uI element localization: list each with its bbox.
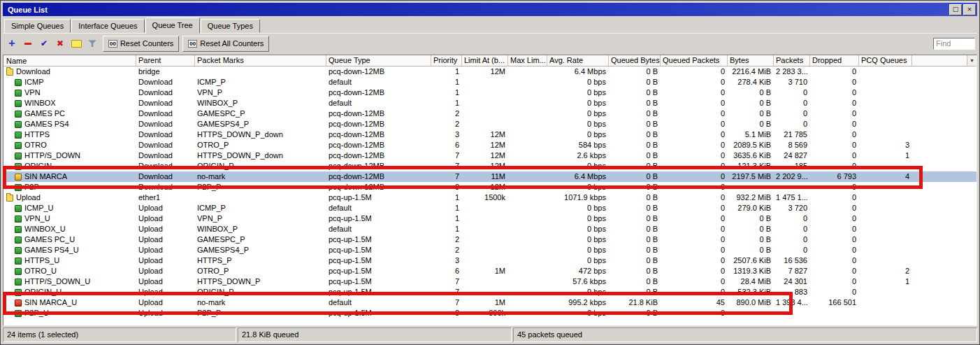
queue-name: WINBOX_U <box>24 224 66 234</box>
queue-name: WINBOX <box>24 98 56 108</box>
queue-status-icon <box>15 132 22 139</box>
remove-button[interactable] <box>21 36 35 50</box>
column-header-dropped[interactable]: Dropped <box>810 55 859 66</box>
toolbar: + ✔ ✖ 00 Reset Counters 00 Reset All Cou… <box>3 34 977 53</box>
column-header-max_limit[interactable]: Max Lim... <box>508 55 547 66</box>
column-header-limit_at[interactable]: Limit At (b... <box>462 55 508 66</box>
column-selector-button[interactable]: ▼ <box>967 55 977 66</box>
column-header-label: Bytes <box>730 56 749 64</box>
tab-label: Simple Queues <box>11 22 64 30</box>
status-items-count: 24 items (1 selected) <box>3 328 236 342</box>
queue-row[interactable]: SIN MARCA_U Upload no-mark default 7 1M … <box>3 297 977 308</box>
column-header-name[interactable]: Name <box>3 55 136 66</box>
folder-icon <box>6 195 13 202</box>
queue-row[interactable]: ICMP Download ICMP_P default 1 0 bps 0 B… <box>3 77 977 87</box>
counter-badge-icon: 00 <box>188 40 197 48</box>
maximize-button[interactable]: □ <box>949 4 962 15</box>
queue-status-icon <box>15 100 22 107</box>
queue-status-icon <box>15 237 22 244</box>
column-header-parent[interactable]: Parent <box>136 55 195 66</box>
status-queued-bytes: 21.8 KiB queued <box>238 328 512 342</box>
title-bar[interactable]: Queue List □ × <box>3 3 977 16</box>
queue-row[interactable]: VPN Download VPN_P pcq-down-12MB 1 0 bps… <box>3 87 977 98</box>
queue-status-icon <box>15 174 22 181</box>
filter-button[interactable] <box>85 36 99 50</box>
enable-button[interactable]: ✔ <box>37 36 51 50</box>
queue-name: SIN MARCA_U <box>24 297 77 308</box>
minus-icon <box>24 43 31 45</box>
queue-status-icon <box>15 247 22 254</box>
queue-row[interactable]: GAMES PS4_U Upload GAMESPS4_P pcq-up-1.5… <box>3 245 977 255</box>
queue-row[interactable]: GAMES PS4 Download GAMESPS4_P pcq-down-1… <box>3 119 977 129</box>
column-header-pcq_queues[interactable]: PCQ Queues <box>859 55 912 66</box>
queue-row[interactable]: GAMES PC Download GAMESPC_P pcq-down-12M… <box>3 108 977 119</box>
queue-row[interactable]: WINBOX Download WINBOX_P default 1 0 bps… <box>3 98 977 108</box>
table-body: Download bridge pcq-down-12MB 1 12M 6.4 … <box>3 66 977 318</box>
queue-row[interactable]: HTTPS_U Upload HTTPS_P pcq-up-1.5M 3 0 b… <box>3 255 977 266</box>
column-header-label: Avg. Rate <box>549 56 583 64</box>
cross-icon: ✖ <box>57 39 64 48</box>
queue-row[interactable]: Upload ether1 pcq-up-1.5M 1 1500k 1071.9… <box>3 192 977 203</box>
queue-name: GAMES PC_U <box>24 234 75 245</box>
check-icon: ✔ <box>41 39 48 48</box>
queue-name: GAMES PS4_U <box>24 245 79 255</box>
queue-status-icon <box>15 90 22 97</box>
column-header-label: Queue Type <box>329 56 370 64</box>
queue-name: VPN <box>24 87 41 98</box>
column-header-label: Queued Packets <box>663 56 719 64</box>
reset-all-counters-label: Reset All Counters <box>200 39 264 48</box>
column-header-bytes[interactable]: Bytes <box>728 55 774 66</box>
queue-row[interactable]: WINBOX_U Upload WINBOX_P default 1 0 bps… <box>3 224 977 234</box>
column-header-label: Packet Marks <box>197 56 244 64</box>
column-header-label: PCQ Queues <box>861 56 907 64</box>
column-header-packets[interactable]: Packets <box>774 55 810 66</box>
queue-name: ORIGIN_U <box>24 287 62 297</box>
queue-status-icon <box>15 79 22 86</box>
queue-row[interactable]: VPN_U Upload VPN_P pcq-up-1.5M 1 0 bps 0… <box>3 213 977 224</box>
queue-status-icon <box>15 226 22 233</box>
column-header-avg_rate[interactable]: Avg. Rate <box>547 55 609 66</box>
tab-interface-queues[interactable]: Interface Queues <box>71 19 144 33</box>
tab-queue-tree[interactable]: Queue Tree <box>145 17 200 34</box>
queue-status-icon <box>15 310 22 317</box>
queue-row[interactable]: GAMES PC_U Upload GAMESPC_P pcq-up-1.5M … <box>3 234 977 245</box>
queue-row[interactable]: HTTP/S_DOWN Download HTTPS_DOWN_P_down p… <box>3 150 977 161</box>
tab-queue-types[interactable]: Queue Types <box>201 19 260 33</box>
comment-button[interactable] <box>69 36 83 50</box>
column-header-queued_bytes[interactable]: Queued Bytes <box>609 55 661 66</box>
queue-name: ICMP_U <box>24 203 54 213</box>
column-header-queued_packets[interactable]: Queued Packets <box>661 55 728 66</box>
find-input[interactable] <box>933 38 975 50</box>
close-button[interactable]: × <box>963 4 976 15</box>
maximize-icon: □ <box>953 6 959 13</box>
reset-counters-button[interactable]: 00 Reset Counters <box>103 36 179 52</box>
queue-name: HTTPS <box>24 129 50 140</box>
queue-name: P2P_U <box>24 308 49 318</box>
column-header-label: Max Lim... <box>510 56 546 64</box>
column-header-label: Name <box>6 57 27 65</box>
queue-row[interactable]: P2P Download P2P_P pcq-down-12MB 8 12M 0… <box>3 182 977 192</box>
queue-row[interactable]: HTTPS Download HTTPS_DOWN_P_down pcq-dow… <box>3 129 977 140</box>
reset-all-counters-button[interactable]: 00 Reset All Counters <box>182 36 269 52</box>
queue-row[interactable]: ICMP_U Upload ICMP_P default 1 0 bps 0 B… <box>3 203 977 213</box>
queue-name: Download <box>16 66 50 77</box>
close-icon: × <box>967 6 972 13</box>
queue-status-icon <box>15 184 22 191</box>
queue-row[interactable]: SIN MARCA Download no-mark pcq-down-12MB… <box>3 171 977 182</box>
queue-row[interactable]: ORIGIN_U Upload ORIGIN_P pcq-up-1.5M 7 0… <box>3 287 977 297</box>
column-header-priority[interactable]: Priority <box>431 55 462 66</box>
queue-row[interactable]: OTRO_U Upload OTRO_P pcq-up-1.5M 6 1M 47… <box>3 266 977 276</box>
add-button[interactable]: + <box>5 36 19 50</box>
queue-status-icon <box>15 258 22 265</box>
queue-name: HTTPS_U <box>24 255 59 266</box>
queue-row[interactable]: HTTP/S_DOWN_U Upload HTTPS_DOWN_P pcq-up… <box>3 276 977 287</box>
queue-row[interactable]: P2P_U Upload P2P_P pcq-up-1.5M 8 800k 0 … <box>3 308 977 318</box>
queue-row[interactable]: ORIGIN Download ORIGIN_P pcq-down-12MB 7… <box>3 161 977 171</box>
disable-button[interactable]: ✖ <box>53 36 67 50</box>
queue-row[interactable]: OTRO Download OTRO_P pcq-down-12MB 6 12M… <box>3 140 977 150</box>
tab-simple-queues[interactable]: Simple Queues <box>4 19 71 33</box>
window-title: Queue List <box>8 6 949 14</box>
column-header-packet_marks[interactable]: Packet Marks <box>195 55 326 66</box>
queue-row[interactable]: Download bridge pcq-down-12MB 1 12M 6.4 … <box>3 66 977 77</box>
column-header-queue_type[interactable]: Queue Type <box>326 55 431 66</box>
